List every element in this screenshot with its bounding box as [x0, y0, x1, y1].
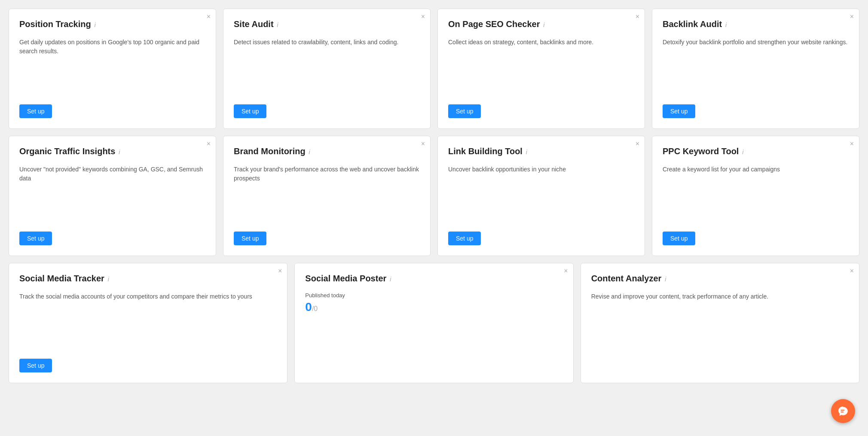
card-title: Social Media Poster i	[305, 274, 562, 284]
close-icon[interactable]: ×	[421, 140, 425, 147]
card-on-page-seo-checker: ×On Page SEO Checker iCollect ideas on s…	[437, 9, 645, 129]
row-2: ×Organic Traffic Insights iUncover "not …	[9, 136, 859, 256]
setup-button-on-page-seo-checker[interactable]: Set up	[448, 104, 481, 118]
card-ppc-keyword-tool: ×PPC Keyword Tool iCreate a keyword list…	[652, 136, 859, 256]
card-description: Detect issues related to crawlability, c…	[234, 38, 420, 94]
card-brand-monitoring: ×Brand Monitoring iTrack your brand's pe…	[223, 136, 431, 256]
info-icon[interactable]: i	[724, 21, 727, 28]
setup-button-ppc-keyword-tool[interactable]: Set up	[663, 232, 695, 245]
row-3: ×Social Media Tracker iTrack the social …	[9, 263, 859, 383]
row-1: ×Position Tracking iGet daily updates on…	[9, 9, 859, 129]
info-icon[interactable]: i	[740, 149, 743, 155]
close-icon[interactable]: ×	[636, 140, 639, 147]
card-title: Organic Traffic Insights i	[19, 146, 205, 156]
card-footer: Set up	[448, 104, 634, 118]
card-title: Site Audit i	[234, 19, 420, 29]
card-footer: Set up	[448, 232, 634, 245]
card-title: Content Analyzer i	[591, 274, 849, 284]
card-social-media-poster: ×Social Media Poster iPublished today0/0	[294, 263, 573, 383]
published-count: 0	[305, 300, 312, 314]
card-organic-traffic-insights: ×Organic Traffic Insights iUncover "not …	[9, 136, 216, 256]
info-icon[interactable]: i	[117, 149, 120, 155]
close-icon[interactable]: ×	[636, 13, 639, 20]
close-icon[interactable]: ×	[850, 13, 854, 20]
close-icon[interactable]: ×	[207, 140, 211, 147]
card-title: On Page SEO Checker i	[448, 19, 634, 29]
setup-button-social-media-tracker[interactable]: Set up	[19, 359, 52, 372]
card-description: Track your brand's performance across th…	[234, 165, 420, 221]
card-footer: Set up	[19, 359, 277, 372]
card-title: Backlink Audit i	[663, 19, 849, 29]
info-icon[interactable]: i	[524, 149, 527, 155]
setup-button-organic-traffic-insights[interactable]: Set up	[19, 232, 52, 245]
card-description: Get daily updates on positions in Google…	[19, 38, 205, 94]
info-icon[interactable]: i	[663, 276, 666, 283]
card-description: Uncover "not provided" keywords combinin…	[19, 165, 205, 221]
published-total: /0	[312, 305, 318, 312]
card-position-tracking: ×Position Tracking iGet daily updates on…	[9, 9, 216, 129]
close-icon[interactable]: ×	[421, 13, 425, 20]
close-icon[interactable]: ×	[850, 268, 854, 274]
info-icon[interactable]: i	[275, 21, 278, 28]
card-footer: Set up	[663, 232, 849, 245]
card-link-building-tool: ×Link Building Tool iUncover backlink op…	[437, 136, 645, 256]
card-content-analyzer: ×Content Analyzer iRevise and improve yo…	[581, 263, 859, 383]
setup-button-site-audit[interactable]: Set up	[234, 104, 266, 118]
info-icon[interactable]: i	[541, 21, 544, 28]
card-site-audit: ×Site Audit iDetect issues related to cr…	[223, 9, 431, 129]
card-social-media-tracker: ×Social Media Tracker iTrack the social …	[9, 263, 287, 383]
card-title: Link Building Tool i	[448, 146, 634, 156]
card-description: Detoxify your backlink portfolio and str…	[663, 38, 849, 94]
card-description: Collect ideas on strategy, content, back…	[448, 38, 634, 94]
card-title: Position Tracking i	[19, 19, 205, 29]
info-icon[interactable]: i	[93, 21, 96, 28]
card-footer: Set up	[234, 232, 420, 245]
card-title: Social Media Tracker i	[19, 274, 277, 284]
published-count-wrapper: 0/0	[305, 300, 562, 314]
card-description: Track the social media accounts of your …	[19, 292, 277, 348]
chat-icon	[837, 406, 849, 417]
close-icon[interactable]: ×	[207, 13, 211, 20]
card-backlink-audit: ×Backlink Audit iDetoxify your backlink …	[652, 9, 859, 129]
card-footer: Set up	[663, 104, 849, 118]
setup-button-brand-monitoring[interactable]: Set up	[234, 232, 266, 245]
setup-button-backlink-audit[interactable]: Set up	[663, 104, 695, 118]
card-description: Create a keyword list for your ad campai…	[663, 165, 849, 221]
close-icon[interactable]: ×	[564, 268, 568, 274]
published-today-label: Published today	[305, 292, 562, 299]
card-footer: Set up	[234, 104, 420, 118]
card-description: Revise and improve your content, track p…	[591, 292, 849, 372]
card-description: Uncover backlink opportunities in your n…	[448, 165, 634, 221]
card-title: Brand Monitoring i	[234, 146, 420, 156]
card-footer: Set up	[19, 232, 205, 245]
setup-button-link-building-tool[interactable]: Set up	[448, 232, 481, 245]
info-icon[interactable]: i	[388, 276, 391, 283]
info-icon[interactable]: i	[106, 276, 109, 283]
info-icon[interactable]: i	[307, 149, 310, 155]
card-footer: Set up	[19, 104, 205, 118]
close-icon[interactable]: ×	[278, 268, 282, 274]
close-icon[interactable]: ×	[850, 140, 854, 147]
chat-bubble[interactable]	[831, 399, 855, 423]
card-title: PPC Keyword Tool i	[663, 146, 849, 156]
setup-button-position-tracking[interactable]: Set up	[19, 104, 52, 118]
